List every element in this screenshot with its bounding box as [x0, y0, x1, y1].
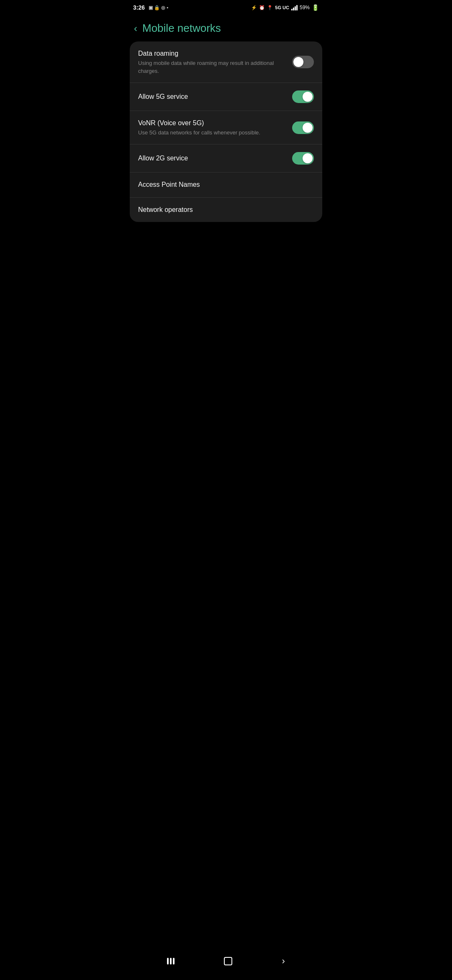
setting-title-data-roaming: Data roaming	[138, 50, 178, 57]
setting-item-allow-2g[interactable]: Allow 2G service	[130, 144, 322, 173]
setting-title-allow-5g: Allow 5G service	[138, 93, 188, 100]
status-indicators: ⚡ ⏰ 📍 5G UC 59% 🔋	[251, 4, 319, 11]
setting-text-allow-2g: Allow 2G service	[138, 154, 292, 163]
header: ‹ Mobile networks	[126, 13, 326, 41]
setting-item-access-point-names[interactable]: Access Point Names	[130, 173, 322, 197]
home-button[interactable]	[221, 954, 236, 969]
time-display: 3:26	[133, 4, 145, 11]
status-bar: 3:26 ▣ 🔒 ◎ • ⚡ ⏰ 📍 5G UC 59% 🔋	[126, 0, 326, 13]
status-time: 3:26 ▣ 🔒 ◎ •	[133, 4, 168, 11]
setting-title-access-point-names: Access Point Names	[138, 181, 200, 188]
setting-subtitle-vonr: Use 5G data networks for calls whenever …	[138, 129, 287, 137]
location-icon: 📍	[267, 5, 273, 10]
settings-card: Data roamingUsing mobile data while roam…	[130, 41, 322, 222]
setting-item-vonr[interactable]: VoNR (Voice over 5G)Use 5G data networks…	[130, 111, 322, 145]
toggle-thumb-allow-2g	[303, 153, 313, 163]
setting-subtitle-data-roaming: Using mobile data while roaming may resu…	[138, 59, 287, 75]
battery-icon: 🔋	[312, 4, 319, 11]
toggle-data-roaming[interactable]	[292, 56, 314, 68]
setting-text-access-point-names: Access Point Names	[138, 180, 314, 189]
setting-title-network-operators: Network operators	[138, 206, 193, 213]
battery-percentage: 59%	[300, 5, 310, 10]
toggle-track-allow-2g	[292, 152, 314, 165]
alarm-icon: ⏰	[259, 5, 265, 10]
toggle-allow-2g[interactable]	[292, 152, 314, 165]
setting-text-network-operators: Network operators	[138, 205, 314, 214]
toggle-track-vonr	[292, 121, 314, 134]
setting-text-vonr: VoNR (Voice over 5G)Use 5G data networks…	[138, 119, 292, 137]
toggle-allow-5g[interactable]	[292, 90, 314, 103]
network-type: 5G UC	[275, 5, 289, 10]
back-nav-button[interactable]: ›	[279, 952, 288, 970]
back-button[interactable]: ‹	[134, 23, 137, 34]
signal-strength	[291, 5, 298, 10]
setting-item-data-roaming[interactable]: Data roamingUsing mobile data while roam…	[130, 41, 322, 83]
setting-item-allow-5g[interactable]: Allow 5G service	[130, 83, 322, 111]
setting-text-data-roaming: Data roamingUsing mobile data while roam…	[138, 49, 292, 75]
battery-charging-icon: ⚡	[251, 5, 257, 10]
toggle-track-allow-5g	[292, 90, 314, 103]
toggle-thumb-allow-5g	[303, 92, 313, 102]
recent-apps-button[interactable]	[164, 954, 178, 968]
toggle-thumb-vonr	[303, 123, 313, 133]
setting-title-vonr: VoNR (Voice over 5G)	[138, 119, 204, 126]
setting-title-allow-2g: Allow 2G service	[138, 155, 188, 162]
setting-item-network-operators[interactable]: Network operators	[130, 198, 322, 222]
page-title: Mobile networks	[142, 22, 221, 35]
toggle-thumb-data-roaming	[293, 57, 303, 67]
setting-text-allow-5g: Allow 5G service	[138, 92, 292, 101]
nav-bar: ›	[126, 946, 326, 980]
toggle-vonr[interactable]	[292, 121, 314, 134]
toggle-track-data-roaming	[292, 56, 314, 68]
notification-icons: ▣ 🔒 ◎ •	[149, 5, 168, 10]
